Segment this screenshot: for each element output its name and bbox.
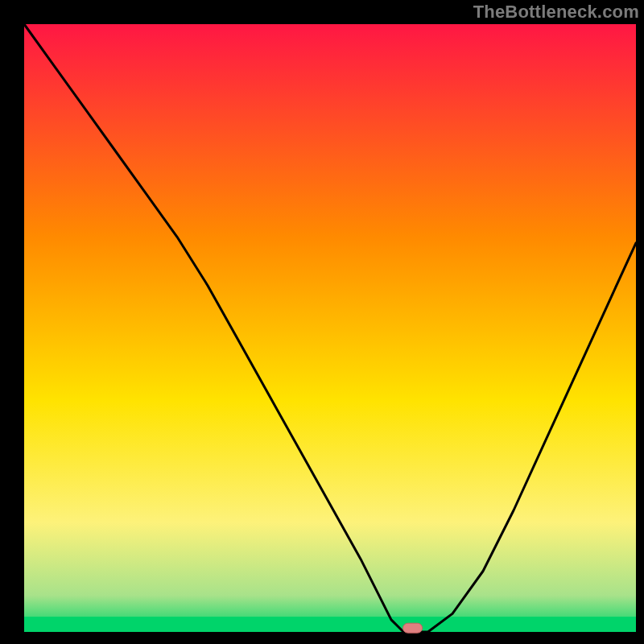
optimal-marker bbox=[403, 623, 423, 633]
watermark-text: TheBottleneck.com bbox=[473, 2, 639, 23]
chart-svg bbox=[0, 0, 644, 644]
chart-container: { "watermark": "TheBottleneck.com", "col… bbox=[0, 0, 644, 644]
green-band bbox=[24, 617, 636, 632]
plot-background bbox=[24, 24, 636, 632]
